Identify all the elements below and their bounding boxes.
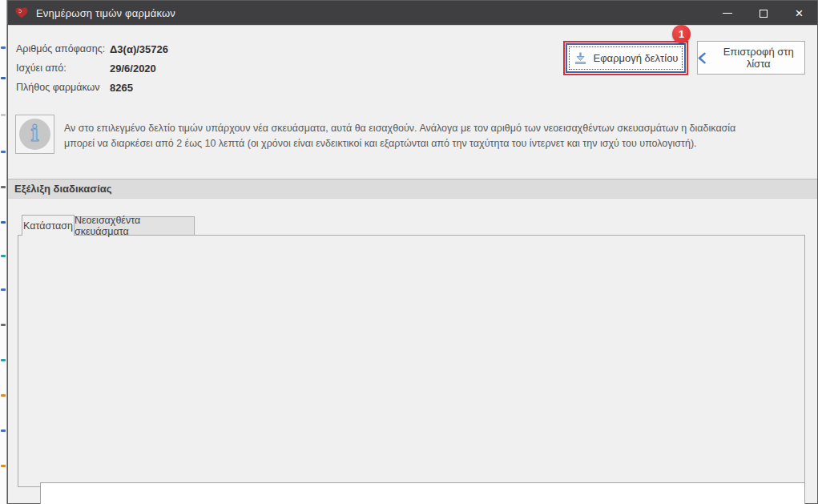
progress-section-header: Εξέλιξη διαδικασίας — [8, 179, 817, 199]
title-bar: Ενημέρωση τιμών φαρμάκων × — [8, 1, 817, 26]
back-to-list-button[interactable]: Επιστροφή στη λίστα — [697, 41, 805, 75]
update-drug-prices-window: Ενημέρωση τιμών φαρμάκων × Αριθμός απόφα… — [7, 0, 818, 504]
maximize-button[interactable] — [745, 1, 781, 26]
download-icon — [574, 51, 587, 65]
info-icon-glyph: i — [30, 123, 38, 144]
decision-number-value: Δ3(α)/35726 — [110, 43, 168, 55]
chevron-left-icon — [698, 52, 706, 64]
back-button-label: Επιστροφή στη λίστα — [712, 46, 804, 70]
maximize-icon — [760, 10, 768, 18]
info-message: Αν στο επιλεγμένο δελτίο τιμών υπάρχουν … — [64, 121, 805, 151]
progress-section-title: Εξέλιξη διαδικασίας — [14, 183, 112, 195]
valid-from-label: Ισχύει από: — [16, 62, 106, 74]
status-output-area — [40, 482, 805, 504]
tab-new-products[interactable]: Νεοεισαχθέντα σκευάσματα — [74, 216, 195, 235]
info-message-line2: μπορεί να διαρκέσει από 2 έως 10 λεπτά (… — [64, 138, 697, 149]
drug-count-value: 8265 — [110, 82, 133, 94]
progress-tab-pane — [18, 235, 805, 487]
background-window-strip — [0, 0, 7, 504]
close-icon: × — [796, 6, 804, 20]
window-controls: × — [709, 1, 817, 26]
info-message-line1: Αν στο επιλεγμένο δελτίο τιμών υπάρχουν … — [64, 123, 735, 134]
app-icon — [14, 6, 29, 19]
close-button[interactable]: × — [781, 1, 817, 26]
annotation-badge: 1 — [672, 25, 691, 43]
decision-number-label: Αριθμός απόφασης: — [16, 43, 106, 54]
info-icon: i — [19, 119, 50, 150]
drug-count-label: Πλήθος φαρμάκων — [16, 82, 106, 93]
minimize-icon — [723, 13, 732, 14]
apply-button-label: Εφαρμογή δελτίου — [594, 52, 679, 64]
minimize-button[interactable] — [709, 1, 745, 26]
info-icon-box: i — [15, 115, 54, 154]
apply-button-highlight: Εφαρμογή δελτίου — [563, 41, 688, 75]
tab-status[interactable]: Κατάσταση — [22, 215, 75, 236]
window-title: Ενημέρωση τιμών φαρμάκων — [36, 7, 175, 19]
apply-bulletin-button[interactable]: Εφαρμογή δελτίου — [566, 43, 686, 73]
valid-from-value: 29/6/2020 — [110, 62, 156, 75]
